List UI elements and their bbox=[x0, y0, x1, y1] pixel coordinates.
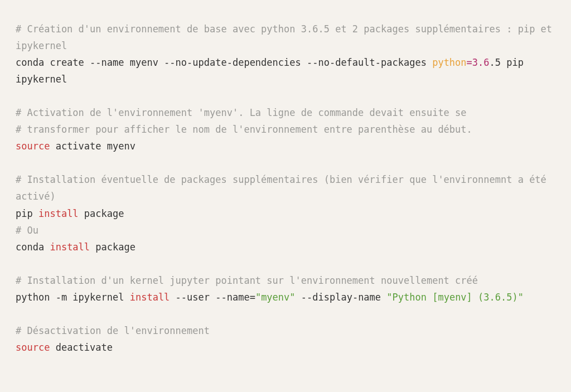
code-token: source bbox=[16, 342, 50, 353]
code-token: conda create --name myenv --no-update-de… bbox=[16, 57, 432, 68]
code-token: "Python [myenv] (3.6.5)" bbox=[386, 292, 524, 303]
code-token: # Installation éventuelle de packages su… bbox=[16, 174, 552, 202]
code-token: install bbox=[38, 208, 79, 219]
code-token: pip bbox=[16, 208, 38, 219]
code-token: python bbox=[432, 57, 466, 68]
code-token: activate myenv bbox=[50, 141, 136, 152]
code-token: conda bbox=[16, 241, 50, 253]
code-token: # transformer pour afficher le nom de l'… bbox=[16, 124, 472, 135]
code-token: # Création d'un environnement de base av… bbox=[16, 23, 558, 51]
code-token: # Ou bbox=[16, 225, 38, 236]
code-token: --user --name= bbox=[170, 292, 255, 303]
code-token: deactivate bbox=[50, 342, 113, 353]
code-token: source bbox=[16, 141, 50, 152]
code-block: # Création d'un environnement de base av… bbox=[0, 0, 571, 378]
code-token: package bbox=[79, 208, 124, 219]
code-token: package bbox=[90, 241, 136, 253]
code-token: "myenv" bbox=[255, 292, 296, 303]
code-content: # Création d'un environnement de base av… bbox=[16, 23, 558, 353]
code-token: # Activation de l'environnement 'myenv'.… bbox=[16, 107, 467, 118]
code-token: # Installation d'un kernel jupyter point… bbox=[16, 275, 478, 286]
code-token: install bbox=[50, 241, 90, 253]
code-token: install bbox=[130, 292, 170, 303]
code-token: = bbox=[467, 57, 472, 68]
code-token: --display-name bbox=[296, 292, 387, 303]
code-token: 3.6 bbox=[472, 57, 490, 68]
code-token: # Désactivation de l'environnement bbox=[16, 325, 210, 336]
code-token: python -m ipykernel bbox=[16, 292, 130, 303]
